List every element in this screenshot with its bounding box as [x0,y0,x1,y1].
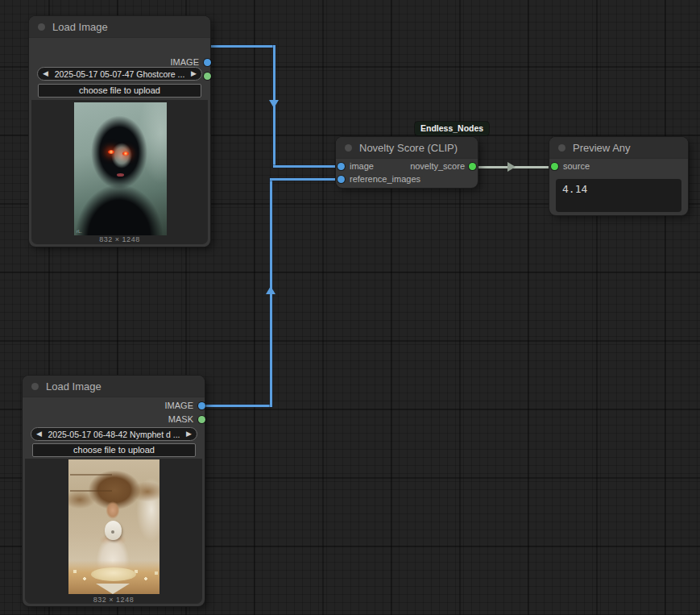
node-source-badge: Endless_Nodes [415,122,489,135]
wire-image-2 [201,405,272,407]
node-title: Load Image [46,380,101,393]
image-preview-ghostcore: rL. [74,102,167,235]
shelf-line [70,490,112,492]
combo-prev-icon[interactable]: ◀ [38,68,53,80]
image-watermark: rL. [77,229,82,234]
output-slot-image[interactable] [204,59,211,66]
input-slot-source[interactable] [551,163,558,170]
collapse-dot-icon[interactable] [38,23,45,31]
image-file-combo[interactable]: ◀ 2025-05-17 05-07-47 Ghostcore ... ▶ [37,67,202,81]
shelf-line [70,474,112,476]
node-load-image-2[interactable]: Load Image IMAGE MASK ◀ 2025-05-17 06-48… [23,376,205,606]
wire-arrow-right-icon [507,162,516,172]
combo-prev-icon[interactable]: ◀ [31,428,47,440]
output-slot-image[interactable] [198,402,205,409]
lips-shape [117,173,124,177]
combo-next-icon[interactable]: ▶ [181,428,197,440]
glowing-eye-left [108,150,114,154]
node-graph-canvas[interactable]: Load Image IMAGE MASK ◀ 2025-05-17 05-07… [0,0,700,615]
wire-image-1 [273,165,342,168]
preview-value-display: 4.14 [556,179,681,212]
input-slot-image[interactable] [338,163,345,170]
input-label-source: source [563,161,590,171]
output-slot-novelty-score[interactable] [469,163,476,170]
wire-arrow-up-icon [266,286,275,294]
output-label-image: IMAGE [171,57,199,67]
image-file-value: 2025-05-17 06-48-42 Nymphet d ... [47,430,181,439]
output-label-mask: MASK [168,414,193,424]
combo-next-icon[interactable]: ▶ [186,68,201,80]
image-file-value: 2025-05-17 05-07-47 Ghostcore ... [53,69,186,79]
node-title: Load Image [52,21,108,33]
output-slot-mask[interactable] [204,73,211,80]
node-header[interactable]: Load Image [29,16,210,38]
node-header[interactable]: Load Image [23,376,205,397]
input-slot-reference-images[interactable] [338,176,345,183]
input-label-image: image [350,161,374,171]
input-label-reference-images: reference_images [350,174,420,184]
node-load-image-1[interactable]: Load Image IMAGE MASK ◀ 2025-05-17 05-07… [29,16,210,247]
output-label-novelty-score: novelty_score [410,161,465,171]
wire-arrow-down-icon [269,100,279,108]
choose-file-button[interactable]: choose file to upload [32,443,196,457]
node-header[interactable]: Novelty Score (CLIP) [336,137,478,159]
image-size-label: 832 × 1248 [23,596,205,604]
output-slot-mask[interactable] [198,416,205,423]
node-preview-any[interactable]: Preview Any source 4.14 [549,137,688,215]
collapse-dot-icon[interactable] [345,144,352,152]
node-title: Novelty Score (CLIP) [359,142,458,154]
node-title: Preview Any [573,142,631,154]
wire-image-2 [270,178,342,181]
image-file-combo[interactable]: ◀ 2025-05-17 06-48-42 Nymphet d ... ▶ [31,427,197,441]
choose-file-button[interactable]: choose file to upload [38,84,201,98]
node-novelty-score[interactable]: Endless_Nodes Novelty Score (CLIP) image… [336,137,478,188]
wire-image-1 [207,45,275,48]
glowing-eye-right [122,152,129,156]
node-header[interactable]: Preview Any [549,137,688,159]
image-preview-nymphet [68,459,159,594]
output-label-image: IMAGE [165,401,193,410]
mixer-shape [105,521,122,540]
tablecloth-shape [96,584,130,594]
collapse-dot-icon[interactable] [558,144,565,152]
collapse-dot-icon[interactable] [31,383,39,390]
image-size-label: 832 × 1248 [29,235,210,243]
popcorn-pile [91,567,136,581]
